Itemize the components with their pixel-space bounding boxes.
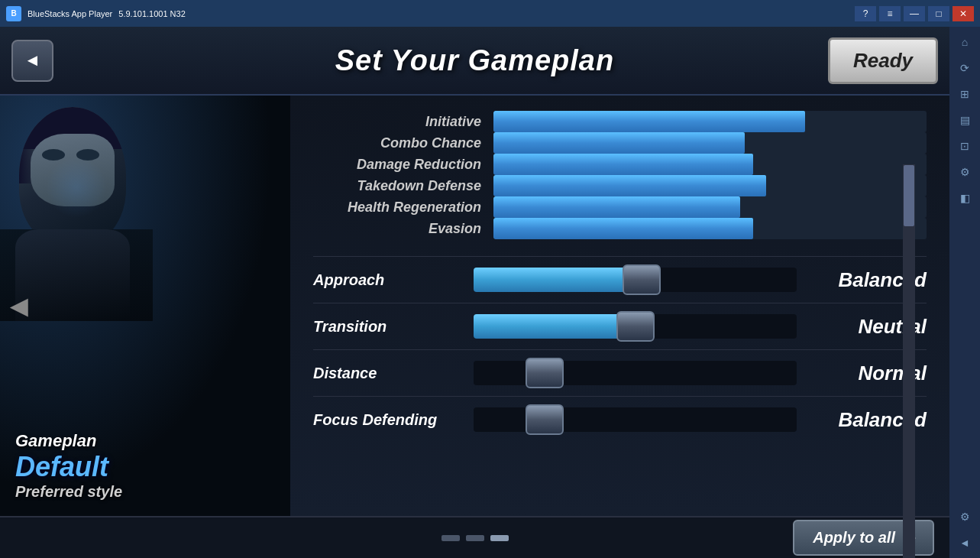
page-dot[interactable] bbox=[466, 535, 484, 541]
page-dot[interactable] bbox=[490, 535, 509, 541]
slider-thumb[interactable] bbox=[526, 358, 564, 388]
sidebar-icon-3[interactable]: ⊞ bbox=[956, 85, 974, 103]
stats-panel: Initiative Combo Chance Damage Reduction… bbox=[290, 96, 949, 516]
slider-label: Distance bbox=[313, 365, 466, 382]
stat-row: Health Regeneration bbox=[313, 196, 927, 218]
stat-label: Takedown Defense bbox=[313, 178, 481, 194]
minimize-button[interactable]: — bbox=[904, 6, 925, 21]
slider-label: Approach bbox=[313, 271, 466, 289]
sidebar-icon-1[interactable]: ⌂ bbox=[956, 33, 974, 51]
stat-bar-fill bbox=[493, 132, 745, 154]
stat-label: Damage Reduction bbox=[313, 157, 481, 173]
stats-container: Initiative Combo Chance Damage Reduction… bbox=[313, 111, 927, 239]
app-name: BlueStacks App Player bbox=[27, 9, 112, 18]
sidebar-settings-icon[interactable]: ⚙ bbox=[956, 508, 974, 526]
sidebar-icon-2[interactable]: ⟳ bbox=[956, 59, 974, 77]
stat-bar-fill bbox=[493, 154, 753, 175]
slider-thumb[interactable] bbox=[616, 311, 655, 342]
right-sidebar: ⌂ ⟳ ⊞ ▤ ⊡ ⚙ ◧ ⚙ ◄ bbox=[949, 27, 980, 558]
menu-button[interactable]: ≡ bbox=[879, 6, 901, 21]
window-controls: ? ≡ — □ ✕ bbox=[855, 6, 974, 21]
sidebar-icon-4[interactable]: ▤ bbox=[956, 111, 974, 129]
back-icon: ◄ bbox=[24, 50, 41, 70]
stat-row: Combo Chance bbox=[313, 132, 927, 154]
game-area: ◄ Set Your Gameplan Ready bbox=[0, 27, 949, 558]
slider-row: Approach Balanced bbox=[313, 256, 927, 303]
page-title: Set Your Gameplan bbox=[335, 44, 614, 77]
ready-button[interactable]: Ready bbox=[828, 37, 938, 84]
page-dot[interactable] bbox=[441, 535, 460, 541]
slider-track[interactable] bbox=[474, 268, 797, 292]
nav-arrow-left[interactable]: ◄ bbox=[4, 289, 34, 323]
maximize-button[interactable]: □ bbox=[928, 6, 949, 21]
stat-label: Combo Chance bbox=[313, 135, 481, 151]
gameplan-label: Gameplan bbox=[15, 431, 122, 451]
stat-label: Evasion bbox=[313, 221, 481, 237]
stat-bar-fill bbox=[493, 196, 740, 218]
sidebar-icon-6[interactable]: ⚙ bbox=[956, 163, 974, 181]
stat-row: Damage Reduction bbox=[313, 154, 927, 175]
main-container: ◄ Set Your Gameplan Ready bbox=[0, 27, 980, 558]
stat-label: Health Regeneration bbox=[313, 200, 481, 216]
stat-label: Initiative bbox=[313, 114, 481, 130]
title-bar: B BlueStacks App Player 5.9.101.1001 N32… bbox=[0, 0, 980, 27]
stat-bar-fill bbox=[493, 175, 766, 196]
slider-row: Distance Normal bbox=[313, 349, 927, 396]
slider-thumb[interactable] bbox=[526, 404, 564, 435]
stat-bar-container bbox=[493, 132, 927, 154]
content-body: ◄ Gameplan Default Preferred style Initi… bbox=[0, 96, 949, 516]
app-logo: B bbox=[6, 6, 21, 21]
app-version: 5.9.101.1001 N32 bbox=[118, 9, 185, 18]
bottom-bar: Apply to all ➤ bbox=[0, 516, 949, 558]
slider-thumb[interactable] bbox=[623, 264, 661, 295]
sliders-container: Approach Balanced Transition Neutral Dis… bbox=[313, 256, 927, 443]
stat-bar-container bbox=[493, 196, 927, 218]
scroll-track[interactable] bbox=[903, 164, 915, 558]
stat-bar-container bbox=[493, 175, 927, 196]
stat-bar-fill bbox=[493, 218, 753, 239]
slider-row: Focus Defending Balanced bbox=[313, 396, 927, 443]
apply-button-label: Apply to all bbox=[813, 529, 895, 547]
stat-bar-container bbox=[493, 154, 927, 175]
stat-row: Evasion bbox=[313, 218, 927, 239]
sidebar-arrow-icon[interactable]: ◄ bbox=[956, 534, 974, 552]
slider-track[interactable] bbox=[474, 407, 797, 432]
game-header: ◄ Set Your Gameplan Ready bbox=[0, 27, 949, 96]
stat-row: Takedown Defense bbox=[313, 175, 927, 196]
stat-bar-container bbox=[493, 111, 927, 132]
stat-bar-container bbox=[493, 218, 927, 239]
gameplan-info: Gameplan Default Preferred style bbox=[15, 431, 122, 501]
sidebar-icon-7[interactable]: ◧ bbox=[956, 189, 974, 207]
close-button[interactable]: ✕ bbox=[953, 6, 974, 21]
preferred-style-label: Preferred style bbox=[15, 483, 122, 501]
stat-row: Initiative bbox=[313, 111, 927, 132]
back-button[interactable]: ◄ bbox=[11, 40, 53, 82]
help-button[interactable]: ? bbox=[855, 6, 876, 21]
slider-track[interactable] bbox=[474, 361, 797, 385]
slider-label: Focus Defending bbox=[313, 411, 466, 429]
slider-track[interactable] bbox=[474, 314, 797, 339]
page-dots bbox=[322, 535, 628, 541]
slider-label: Transition bbox=[313, 318, 466, 336]
left-panel: ◄ Gameplan Default Preferred style bbox=[0, 96, 290, 516]
sidebar-icon-5[interactable]: ⊡ bbox=[956, 137, 974, 155]
scroll-thumb[interactable] bbox=[904, 165, 914, 226]
stat-bar-fill bbox=[493, 111, 805, 132]
slider-row: Transition Neutral bbox=[313, 303, 927, 349]
gameplan-name: Default bbox=[15, 451, 122, 483]
